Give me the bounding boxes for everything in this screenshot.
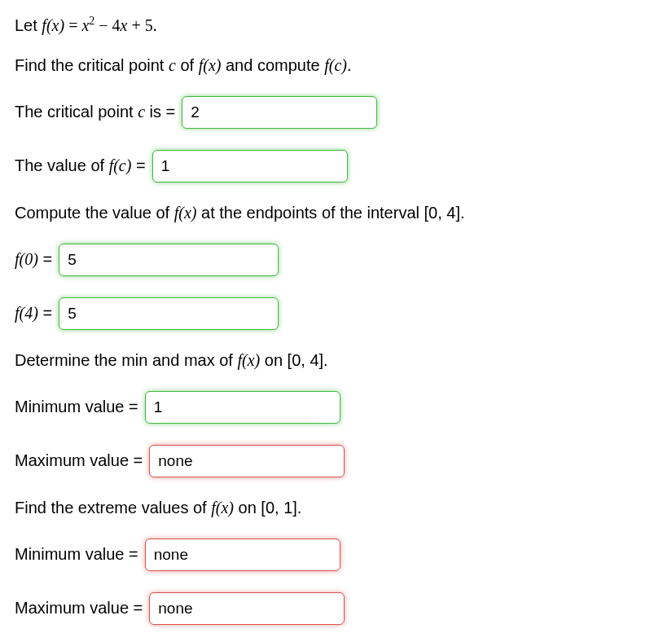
fc: f(c) xyxy=(109,156,132,174)
critical-point-input[interactable] xyxy=(182,96,377,129)
fc: f(c) xyxy=(324,56,347,74)
label: The value of xyxy=(15,156,109,174)
f0-input[interactable] xyxy=(59,244,279,276)
prompt-minmax-04: Determine the min and max of f(x) on [0,… xyxy=(15,351,657,370)
max-01-input[interactable] xyxy=(149,592,345,625)
text: Let xyxy=(15,16,42,34)
t: . xyxy=(347,56,352,74)
min-04-input[interactable] xyxy=(145,391,340,424)
min-01-input[interactable] xyxy=(145,539,340,571)
eq: = xyxy=(38,250,52,268)
x: x xyxy=(81,16,89,34)
prompt-endpoints: Compute the value of f(x) at the endpoin… xyxy=(15,204,657,222)
fx: f(x) xyxy=(42,16,64,34)
minus-4: − 4 xyxy=(94,16,120,34)
fc-input[interactable] xyxy=(152,150,348,182)
t: Find the extreme values of xyxy=(15,499,211,517)
c: c xyxy=(138,103,145,121)
label: Maximum value = xyxy=(15,451,143,470)
fx: f(x) xyxy=(199,56,222,74)
f4-input[interactable] xyxy=(59,297,279,330)
t: on xyxy=(260,351,287,369)
prompt-extreme-01: Find the extreme values of f(x) on [0, 1… xyxy=(15,499,657,517)
row-critical-point: The critical point c is = xyxy=(15,96,657,129)
function-definition: Let f(x) = x2 − 4x + 5. xyxy=(15,15,657,35)
fx: f(x) xyxy=(174,204,197,222)
t: Determine the min and max of xyxy=(15,351,237,369)
f0-label: f(0) xyxy=(15,250,38,268)
t: Find the critical point xyxy=(15,56,169,74)
label: is = xyxy=(145,103,175,121)
row-f4: f(4) = xyxy=(15,297,657,330)
prompt-critical: Find the critical point c of f(x) and co… xyxy=(15,56,657,75)
row-f0: f(0) = xyxy=(15,244,657,276)
row-min-04: Minimum value = xyxy=(15,391,657,424)
label: Maximum value = xyxy=(15,599,143,618)
plus5: + 5. xyxy=(127,16,156,34)
f4-label: f(4) xyxy=(15,304,38,322)
row-max-04: Maximum value = xyxy=(15,445,657,477)
label: = xyxy=(131,156,145,174)
interval: [0, 4] xyxy=(288,351,323,369)
t: . xyxy=(460,204,465,222)
row-min-01: Minimum value = xyxy=(15,539,657,571)
max-04-input[interactable] xyxy=(149,445,345,477)
interval: [0, 1] xyxy=(261,499,296,517)
label: The critical point xyxy=(15,103,138,121)
label: Minimum value = xyxy=(15,398,138,416)
t: Compute the value of xyxy=(15,204,174,222)
row-fc: The value of f(c) = xyxy=(15,150,657,182)
eq: = xyxy=(38,304,52,322)
t: on xyxy=(234,499,261,517)
fx: f(x) xyxy=(237,351,260,369)
t: . xyxy=(297,499,302,517)
row-max-01: Maximum value = xyxy=(15,592,657,625)
eq: = xyxy=(64,16,81,34)
label: Minimum value = xyxy=(15,545,138,564)
t: and compute xyxy=(221,56,324,74)
t: of xyxy=(176,56,199,74)
c: c xyxy=(169,56,176,74)
interval: [0, 4] xyxy=(424,204,460,222)
t: at the endpoints of the interval xyxy=(196,204,424,222)
t: . xyxy=(323,351,328,369)
fx: f(x) xyxy=(211,499,234,517)
